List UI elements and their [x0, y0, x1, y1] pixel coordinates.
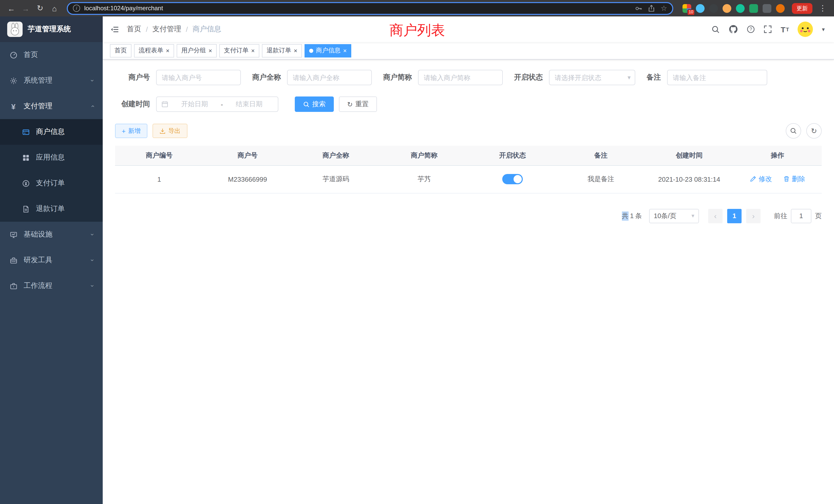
sidebar-toggle-icon[interactable]: [103, 25, 127, 33]
bookmark-star-icon[interactable]: ☆: [661, 4, 667, 12]
merchant-no-label: 商户号: [115, 73, 150, 82]
chevron-down-icon: ›: [89, 285, 96, 287]
sidebar-item-label: 研发工具: [24, 256, 91, 265]
tab-pay-order[interactable]: 支付订单×: [219, 44, 259, 57]
sidebar-item-refund-order[interactable]: 退款订单: [0, 196, 103, 222]
delete-button[interactable]: 删除: [783, 175, 805, 184]
browser-forward-button[interactable]: →: [20, 2, 32, 14]
sidebar-item-infrastructure[interactable]: 基础设施 ›: [0, 222, 103, 247]
remark-input[interactable]: [667, 70, 767, 85]
sidebar-item-workflow[interactable]: 工作流程 ›: [0, 273, 103, 299]
tab-label: 退款订单: [266, 46, 291, 55]
calendar-icon: [161, 100, 169, 108]
sidebar-item-pay-order[interactable]: 支付订单: [0, 170, 103, 196]
close-icon[interactable]: ×: [251, 47, 255, 54]
fullscreen-icon[interactable]: [764, 25, 772, 33]
briefcase-icon: [9, 282, 18, 290]
add-button[interactable]: + 新增: [115, 124, 147, 138]
close-icon[interactable]: ×: [294, 47, 297, 54]
sidebar-item-payment[interactable]: ¥ 支付管理 ›: [0, 93, 103, 119]
page-content: 商户号 商户全称 商户简称 开启状态: [103, 60, 834, 504]
sidebar-item-app-info[interactable]: 应用信息: [0, 145, 103, 170]
password-key-icon[interactable]: [635, 4, 643, 12]
browser-menu-icon[interactable]: ⋮: [816, 2, 829, 14]
end-date-placeholder: 结束日期: [225, 99, 273, 109]
merchant-no-input[interactable]: [156, 70, 241, 85]
table-row: 1 M233666999 芋道源码 芋艿 我是备注 2021-10-23 08:…: [115, 165, 822, 193]
create-time-range-picker[interactable]: 开始日期 - 结束日期: [156, 96, 278, 112]
tab-home[interactable]: 首页: [110, 44, 131, 57]
extension-icon-2[interactable]: [696, 4, 705, 13]
col-status: 开启状态: [468, 146, 557, 165]
status-select[interactable]: ▾: [549, 70, 635, 85]
prev-page-button[interactable]: ‹: [708, 209, 723, 223]
table-toolbar-right: ↻: [786, 123, 822, 139]
goto-page-input[interactable]: [791, 209, 811, 223]
cell-actions: 修改 删除: [733, 165, 822, 193]
extension-icon-6[interactable]: [749, 4, 758, 13]
font-size-icon[interactable]: TT: [781, 25, 789, 33]
caret-down-icon[interactable]: ▾: [822, 26, 825, 32]
tab-label: 用户分组: [181, 46, 206, 55]
toggle-search-button[interactable]: [786, 123, 801, 139]
close-icon[interactable]: ×: [208, 47, 212, 54]
extension-icon-1[interactable]: 10: [682, 4, 691, 13]
search-icon[interactable]: [711, 25, 720, 33]
sidebar-item-system[interactable]: 系统管理 ›: [0, 68, 103, 93]
extension-icon-3[interactable]: [709, 4, 718, 13]
close-icon[interactable]: ×: [343, 47, 347, 54]
user-avatar[interactable]: [798, 22, 813, 37]
sidebar-item-dev-tools[interactable]: 研发工具 ›: [0, 247, 103, 273]
url-text: localhost:1024/pay/merchant: [84, 5, 630, 12]
cell-merchant-no: M233666999: [203, 165, 292, 193]
profile-avatar-icon[interactable]: [776, 4, 785, 13]
extension-icon-7[interactable]: [763, 4, 771, 13]
sidebar-menu: 首页 系统管理 › ¥ 支付管理 ›: [0, 42, 103, 299]
tab-refund-order[interactable]: 退款订单×: [262, 44, 302, 57]
main-area: 首页 / 支付管理 / 商户信息 商户列表 ?: [103, 17, 834, 504]
refresh-table-button[interactable]: ↻: [806, 123, 822, 139]
breadcrumb-payment[interactable]: 支付管理: [153, 25, 181, 34]
short-name-input[interactable]: [418, 70, 503, 85]
reset-button-label: 重置: [355, 99, 369, 109]
extension-icon-5[interactable]: [736, 4, 745, 13]
page-1-button[interactable]: 1: [727, 209, 742, 223]
export-button[interactable]: 导出: [152, 124, 187, 138]
full-name-input[interactable]: [287, 70, 372, 85]
help-icon[interactable]: ?: [747, 25, 755, 33]
next-page-button[interactable]: ›: [746, 209, 761, 223]
total-prefix: 共: [622, 211, 629, 221]
tab-merchant-info[interactable]: 商户信息×: [305, 44, 351, 57]
breadcrumb-home[interactable]: 首页: [127, 25, 141, 34]
page-jumper: 前往 页: [774, 209, 822, 223]
search-button[interactable]: 搜索: [295, 96, 334, 112]
browser-home-button[interactable]: ⌂: [48, 2, 61, 14]
share-icon[interactable]: [648, 4, 656, 12]
plus-icon: +: [122, 128, 126, 134]
sidebar-item-merchant-info[interactable]: 商户信息: [0, 119, 103, 145]
page-size-select[interactable]: 10条/页 ▾: [649, 209, 699, 223]
extension-badge: 10: [687, 9, 695, 15]
reset-button[interactable]: ↻ 重置: [339, 96, 377, 112]
monitor-icon: [9, 231, 18, 238]
logo-rabbit-icon: [7, 22, 23, 37]
sidebar-item-home[interactable]: 首页: [0, 42, 103, 68]
browser-reload-button[interactable]: ↻: [34, 2, 46, 14]
edit-button[interactable]: 修改: [750, 175, 772, 184]
address-bar[interactable]: i localhost:1024/pay/merchant ☆: [67, 2, 673, 15]
font-size-large-glyph: T: [781, 25, 785, 33]
tab-user-group[interactable]: 用户分组×: [177, 44, 217, 57]
github-icon[interactable]: [729, 25, 738, 34]
app-logo[interactable]: 芋道管理系统: [0, 17, 103, 42]
refund-doc-icon: [22, 205, 30, 213]
site-info-icon[interactable]: i: [73, 5, 80, 12]
browser-update-button[interactable]: 更新: [792, 3, 812, 14]
extension-icon-4[interactable]: [723, 4, 731, 13]
close-icon[interactable]: ×: [166, 47, 170, 54]
status-select-input[interactable]: [549, 70, 635, 85]
dashboard-icon: [9, 51, 18, 59]
tab-process-form[interactable]: 流程表单×: [134, 44, 174, 57]
browser-back-button[interactable]: ←: [5, 2, 18, 14]
forward-icon: →: [22, 4, 29, 13]
status-toggle[interactable]: [502, 174, 523, 184]
